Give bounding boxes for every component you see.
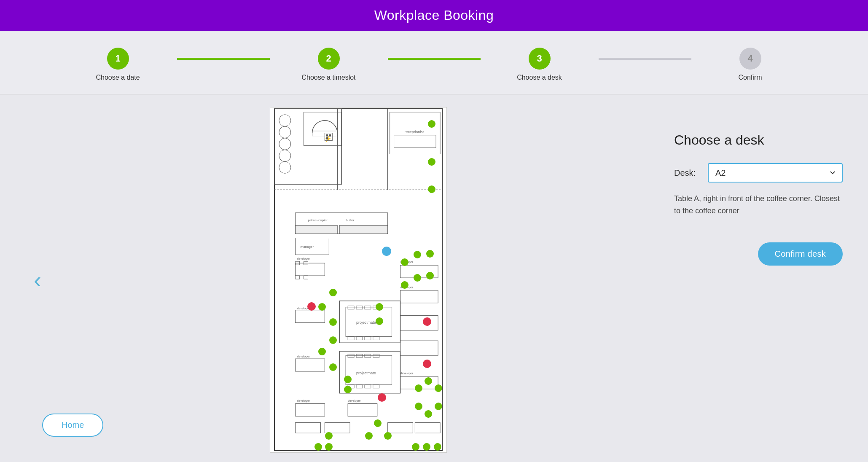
svg-text:manager: manager [300, 245, 314, 249]
desk-dot-green-3[interactable] [428, 185, 435, 193]
desk-selector-row: Desk: A2 A1 A3 A4 B1 B2 B3 C1 C2 [674, 163, 843, 183]
step-label-4: Confirm [738, 74, 762, 81]
desk-description: Table A, right in front of the coffee co… [674, 193, 843, 217]
step-label-3: Choose a desk [517, 74, 562, 81]
desk-dot-green-29[interactable] [325, 432, 333, 440]
desk-dot-selected[interactable] [382, 247, 391, 256]
desk-dot-green-7[interactable] [414, 274, 421, 282]
desk-dot-green-24[interactable] [435, 403, 442, 410]
app-header: Workplace Booking [0, 0, 868, 31]
desk-select[interactable]: A2 A1 A3 A4 B1 B2 B3 C1 C2 [708, 163, 843, 183]
desk-dot-green-23[interactable] [415, 403, 422, 410]
desk-dot-green-20[interactable] [425, 377, 432, 385]
svg-text:buffer: buffer [346, 218, 355, 222]
desk-dot-green-9[interactable] [401, 281, 408, 289]
stepper: 1 Choose a date 2 Choose a timeslot 3 Ch… [59, 48, 809, 81]
desk-dot-green-26[interactable] [374, 419, 382, 427]
choose-desk-title: Choose a desk [674, 132, 843, 148]
desk-dot-green-28[interactable] [384, 432, 392, 440]
desk-dot-green-32[interactable] [412, 443, 419, 451]
floorplan-wrapper: ⚡ receptionist printer/copier buffer ma [270, 107, 447, 453]
desk-dot-green-12[interactable] [318, 303, 326, 311]
svg-text:receptionist: receptionist [404, 130, 424, 134]
desk-dot-green-13[interactable] [376, 303, 383, 311]
step-4: 4 Confirm [691, 48, 809, 81]
back-arrow[interactable]: ‹ [34, 267, 41, 293]
confirm-desk-button[interactable]: Confirm desk [758, 242, 843, 266]
step-3: 3 Choose a desk [481, 48, 599, 81]
desk-dot-green-11[interactable] [329, 318, 337, 326]
step-circle-2: 2 [318, 48, 340, 70]
floorplan-area: ‹ ⚡ [25, 107, 657, 453]
svg-rect-20 [295, 226, 337, 234]
desk-dot-green-8[interactable] [401, 258, 408, 266]
app-title: Workplace Booking [0, 8, 868, 23]
step-circle-1: 1 [107, 48, 129, 70]
desk-dot-green-14[interactable] [376, 317, 383, 325]
desk-dot-green-5[interactable] [426, 272, 434, 279]
desk-dot-green-2[interactable] [428, 158, 435, 166]
desk-dot-green-22[interactable] [435, 384, 442, 392]
desk-dot-green-27[interactable] [365, 432, 373, 440]
desk-dot-green-10[interactable] [329, 289, 337, 296]
step-2: 2 Choose a timeslot [270, 48, 388, 81]
step-connector-3 [599, 58, 691, 60]
svg-text:⚡: ⚡ [324, 134, 332, 142]
step-circle-4: 4 [739, 48, 761, 70]
svg-text:developer: developer [297, 399, 310, 403]
step-label-1: Choose a date [96, 74, 140, 81]
desk-dot-green-4[interactable] [426, 250, 434, 258]
svg-rect-11 [326, 134, 328, 137]
desk-dot-green-31[interactable] [325, 443, 333, 451]
desk-dot-green-25[interactable] [425, 410, 432, 418]
desk-dot-green-1[interactable] [428, 120, 435, 128]
desk-dot-green-30[interactable] [314, 443, 322, 451]
desk-dot-green-21[interactable] [415, 384, 422, 392]
desk-dot-green-19[interactable] [344, 386, 352, 393]
desk-dot-red-3 [423, 360, 431, 368]
svg-text:developer: developer [400, 372, 413, 375]
desk-dot-red-2 [423, 317, 431, 326]
svg-text:printer/copier: printer/copier [308, 218, 328, 222]
desk-dot-green-33[interactable] [423, 443, 430, 451]
svg-rect-12 [329, 134, 331, 137]
desk-label: Desk: [674, 168, 699, 178]
step-label-2: Choose a timeslot [301, 74, 355, 81]
step-connector-2 [388, 58, 481, 60]
home-button[interactable]: Home [42, 414, 103, 437]
svg-text:developer: developer [297, 257, 310, 261]
desk-dot-green-18[interactable] [344, 376, 352, 383]
right-panel: Choose a desk Desk: A2 A1 A3 A4 B1 B2 B3… [674, 107, 843, 453]
desk-dot-green-6[interactable] [414, 251, 421, 258]
svg-text:developer: developer [297, 355, 310, 358]
stepper-container: 1 Choose a date 2 Choose a timeslot 3 Ch… [0, 31, 868, 94]
svg-rect-21 [339, 226, 387, 234]
desk-dot-green-16[interactable] [318, 348, 326, 355]
desk-dot-green-15[interactable] [329, 336, 337, 344]
main-content: ‹ ⚡ [0, 94, 868, 462]
desk-dot-red-1 [307, 302, 316, 311]
step-connector-1 [177, 58, 270, 60]
step-circle-3: 3 [529, 48, 551, 70]
desk-dot-red-4 [378, 393, 386, 402]
desk-dot-green-17[interactable] [329, 363, 337, 371]
desk-dot-green-34[interactable] [434, 443, 441, 451]
step-1: 1 Choose a date [59, 48, 177, 81]
svg-text:developer: developer [348, 399, 361, 403]
svg-text:projectmate: projectmate [356, 371, 376, 375]
svg-text:projectmate: projectmate [356, 321, 376, 325]
svg-rect-13 [326, 137, 328, 140]
